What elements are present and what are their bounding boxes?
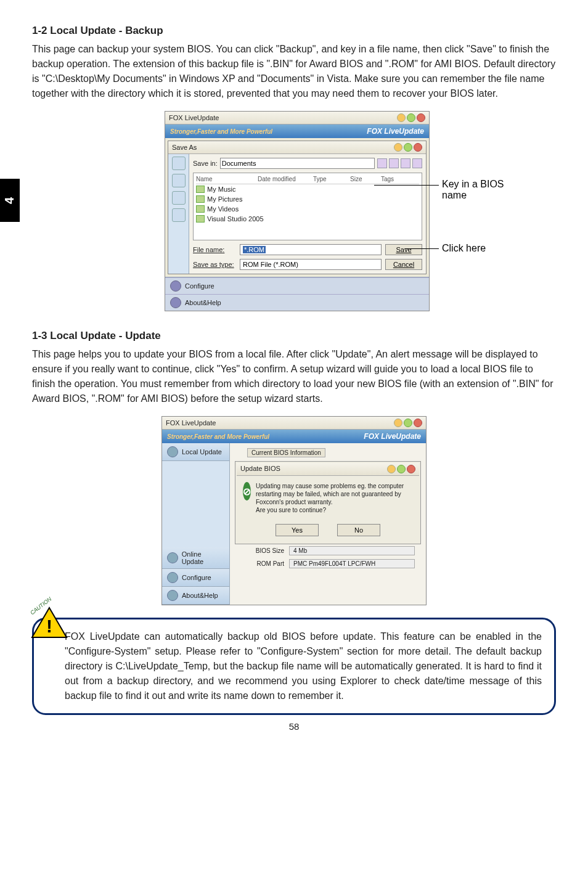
cancel-button[interactable]: Cancel [385, 259, 422, 270]
folder-icon [196, 205, 205, 213]
folder-icon [196, 215, 205, 223]
close-icon[interactable] [414, 419, 422, 427]
help-icon[interactable] [404, 419, 412, 427]
nav-sidebar: Local Update Online Update Configure Abo… [162, 443, 230, 605]
nav-about[interactable]: About&Help [162, 587, 229, 605]
gear-icon [170, 280, 181, 292]
annotation-2: Click here [442, 243, 486, 254]
close-icon[interactable] [407, 465, 415, 473]
place-icon[interactable] [172, 157, 186, 170]
col-name[interactable]: Name [196, 176, 258, 182]
nav-configure[interactable]: Configure [165, 277, 429, 294]
close-icon[interactable] [417, 113, 425, 122]
col-size[interactable]: Size [350, 176, 381, 182]
folder-icon [196, 186, 205, 193]
banner-app-name: FOX LiveUpdate [364, 432, 421, 441]
no-button[interactable]: No [337, 524, 380, 536]
up-icon[interactable] [389, 158, 399, 168]
globe-icon [167, 552, 178, 563]
filename-label: File name: [193, 246, 236, 253]
section-2-heading: 1-3 Local Update - Update [32, 330, 556, 342]
groupbox-label: Current BIOS Information [247, 448, 325, 457]
dialog-title: Update BIOS [240, 465, 280, 473]
annotation-line [405, 248, 439, 249]
saveas-title: Save As [172, 144, 197, 151]
warning-icon: ⊘ [243, 482, 251, 501]
update-bios-dialog: Update BIOS ⊘ Updating may cause some pr… [235, 461, 421, 544]
place-icon[interactable] [172, 191, 186, 205]
file-list[interactable]: Name Date modified Type Size Tags My Mus… [193, 173, 422, 240]
page-number: 58 [32, 721, 556, 732]
save-button[interactable]: Save [385, 244, 422, 255]
folder-icon [196, 195, 205, 203]
yes-button[interactable]: Yes [276, 524, 319, 536]
filename-input[interactable]: *.ROM [240, 244, 382, 255]
saveas-minimize-icon[interactable] [394, 143, 402, 152]
svg-text:!: ! [46, 616, 52, 636]
bios-size-value: 4 Mb [289, 546, 415, 555]
minimize-icon[interactable] [397, 113, 406, 122]
banner-app-name: FOX LiveUpdate [367, 127, 424, 136]
newfolder-icon[interactable] [401, 158, 410, 168]
caution-callout: CAUTION ! FOX LiveUpdate can automatical… [32, 618, 556, 715]
banner-slogan: Stronger,Faster and More Powerful [167, 433, 269, 440]
app-banner: Stronger,Faster and More Powerful FOX Li… [162, 430, 426, 443]
list-item[interactable]: My Music [196, 184, 419, 194]
place-icon[interactable] [172, 208, 186, 222]
save-as-dialog: Save As S [168, 141, 427, 274]
help-icon[interactable] [397, 465, 406, 473]
bios-size-label: BIOS Size [241, 547, 284, 554]
window-title: FOX LiveUpdate [166, 419, 216, 427]
list-item[interactable]: My Pictures [196, 194, 419, 204]
views-icon[interactable] [412, 158, 422, 168]
window-titlebar: FOX LiveUpdate [165, 112, 429, 125]
minimize-icon[interactable] [394, 419, 402, 427]
section-1-body: This page can backup your system BIOS. Y… [32, 42, 556, 101]
section-1-heading: 1-2 Local Update - Backup [32, 25, 556, 37]
savein-label: Save in: [193, 160, 218, 167]
banner-slogan: Stronger,Faster and More Powerful [170, 128, 272, 135]
help-icon[interactable] [407, 113, 415, 122]
window-title: FOX LiveUpdate [169, 114, 219, 121]
help-icon [170, 297, 181, 308]
col-tags[interactable]: Tags [381, 176, 394, 182]
places-sidebar [168, 154, 189, 274]
saveas-close-icon[interactable] [414, 143, 422, 152]
savetype-label: Save as type: [193, 261, 236, 268]
list-item[interactable]: My Videos [196, 204, 419, 214]
chapter-number: 4 [3, 197, 17, 203]
minimize-icon[interactable] [387, 465, 396, 473]
chapter-tab: 4 [0, 179, 20, 222]
nav-about[interactable]: About&Help [165, 294, 429, 311]
annotation-1: Key in a BIOS name [442, 179, 510, 201]
nav-online-update[interactable]: Online Update [162, 547, 229, 569]
screenshot-1-wrap: FOX LiveUpdate Stronger,Faster and More … [78, 111, 510, 311]
warning-text: Updating may cause some problems eg. the… [256, 482, 413, 514]
back-icon[interactable] [377, 158, 387, 168]
help-icon [167, 590, 178, 601]
saveas-titlebar: Save As [168, 141, 426, 154]
annotation-line [374, 185, 439, 186]
window-titlebar: FOX LiveUpdate [162, 417, 426, 430]
place-icon[interactable] [172, 174, 186, 187]
list-item[interactable]: Visual Studio 2005 [196, 214, 419, 224]
col-date[interactable]: Date modified [258, 176, 313, 182]
savein-dropdown[interactable] [220, 158, 375, 169]
disk-icon [167, 446, 178, 457]
caution-text: FOX LiveUpdate can automatically backup … [32, 618, 556, 715]
saveas-help-icon[interactable] [404, 143, 412, 152]
gear-icon [167, 572, 178, 583]
rom-part-value: PMC Pm49FL004T LPC/FWH [289, 559, 415, 568]
col-type[interactable]: Type [313, 176, 350, 182]
caution-triangle-icon: ! [31, 607, 68, 639]
fox-liveupdate-window-2: FOX LiveUpdate Stronger,Faster and More … [161, 416, 427, 605]
savetype-dropdown[interactable] [240, 259, 382, 270]
nav-configure[interactable]: Configure [162, 569, 229, 587]
app-banner: Stronger,Faster and More Powerful FOX Li… [165, 125, 429, 138]
section-2-body: This page helps you to update your BIOS … [32, 347, 556, 406]
nav-local-update[interactable]: Local Update [162, 443, 229, 461]
rom-part-label: ROM Part [241, 560, 284, 567]
fox-liveupdate-window: FOX LiveUpdate Stronger,Faster and More … [165, 111, 430, 311]
